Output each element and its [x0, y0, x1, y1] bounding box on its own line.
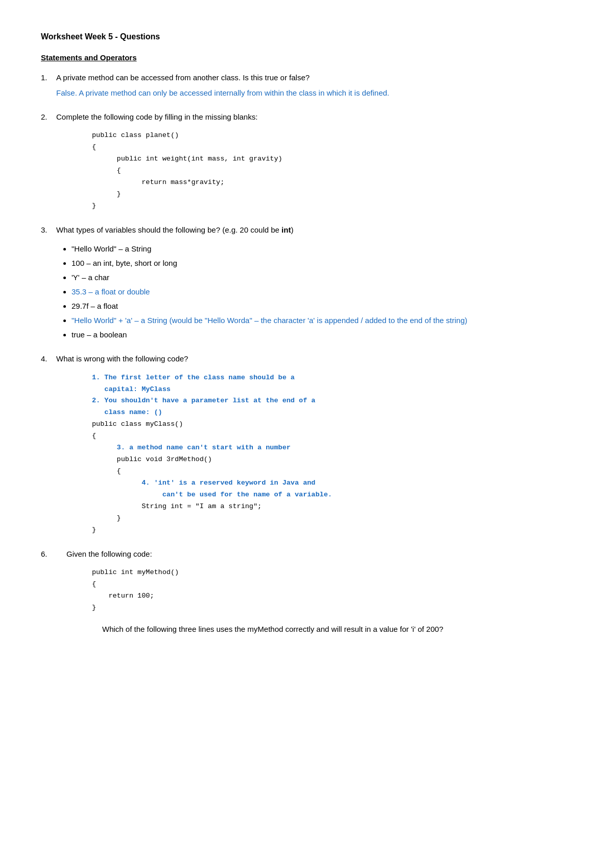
question-2: 2. Complete the following code by fillin… [41, 111, 572, 212]
bullet-7: true – a boolean [72, 329, 572, 341]
page-title: Worksheet Week 5 - Questions [41, 31, 572, 43]
question-1-num: 1. [41, 72, 56, 99]
question-6: 6. Given the following code: public int … [41, 549, 572, 635]
question-3-num: 3. [41, 224, 56, 236]
question-4-num: 4. [41, 353, 56, 365]
question-3-text: What types of variables should the follo… [56, 225, 293, 234]
bullet-2: 100 – an int, byte, short or long [72, 257, 572, 269]
question-6-text: Given the following code: [66, 550, 152, 558]
question-1-text: A private method can be accessed from an… [56, 73, 310, 82]
question-4-mixed-code: 1. The first letter of the class name sh… [92, 372, 572, 536]
question-1-answer: False. A private method can only be acce… [56, 87, 572, 99]
question-4: 4. What is wrong with the following code… [41, 353, 572, 536]
question-6-code: public int myMethod() { return 100; } [92, 567, 572, 614]
question-2-text: Complete the following code by filling i… [56, 112, 257, 121]
question-4-text: What is wrong with the following code? [56, 354, 188, 363]
question-6-num: 6. [41, 549, 66, 560]
question-2-code: public class planet() { public int weigh… [92, 130, 572, 212]
bullet-4: 35.3 – a float or double [72, 286, 572, 298]
question-1: 1. A private method can be accessed from… [41, 72, 572, 99]
section-title: Statements and Operators [41, 52, 572, 64]
question-2-num: 2. [41, 111, 56, 123]
question-6-footer: Which of the following three lines uses … [102, 623, 572, 635]
bullet-5: 29.7f – a float [72, 300, 572, 312]
question-3: 3. What types of variables should the fo… [41, 224, 572, 341]
bullet-6: "Hello World" + 'a' – a String (would be… [72, 314, 572, 327]
question-3-bullets: "Hello World" – a String 100 – an int, b… [72, 243, 572, 341]
bullet-1: "Hello World" – a String [72, 243, 572, 255]
bullet-3: 'Y' – a char [72, 271, 572, 284]
